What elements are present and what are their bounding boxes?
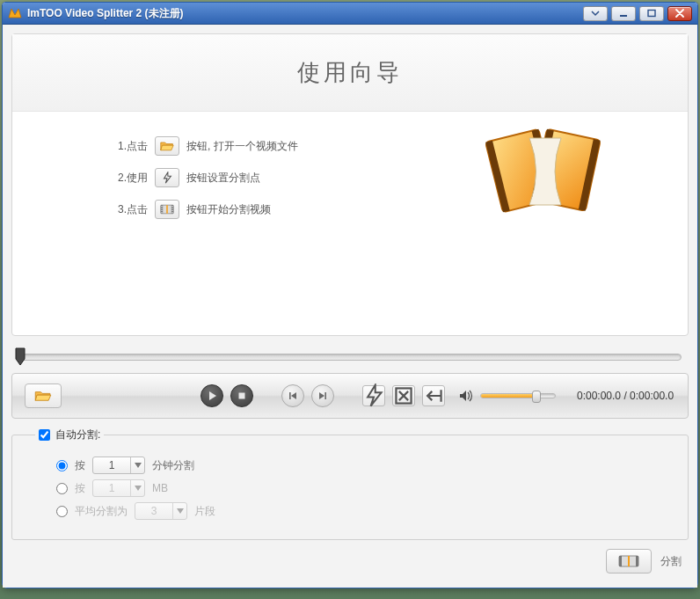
svg-rect-26 (324, 392, 326, 399)
auto-split-group: 自动分割: 按 1 分钟分割 按 1 MB (11, 435, 689, 540)
volume-control (459, 390, 556, 402)
auto-split-legend: 自动分割: (35, 427, 104, 442)
chevron-down-icon (130, 457, 144, 473)
svg-marker-25 (319, 392, 324, 399)
svg-rect-14 (171, 212, 172, 213)
volume-slider[interactable] (480, 393, 556, 398)
app-icon (8, 6, 22, 20)
window-controls (583, 6, 692, 21)
svg-rect-12 (171, 208, 172, 208)
split-by-size-radio[interactable] (56, 483, 68, 494)
start-split-button[interactable] (606, 549, 652, 573)
svg-marker-0 (9, 9, 21, 18)
split-button-label: 分割 (660, 554, 682, 569)
opt3-post: 片段 (194, 504, 215, 519)
opt2-pre: 按 (75, 481, 85, 496)
control-bar: 0:00:00.0 / 0:00:00.0 (11, 373, 689, 419)
film-split-icon (155, 200, 179, 219)
close-button[interactable] (667, 6, 692, 21)
folder-open-icon (155, 136, 179, 156)
svg-marker-31 (177, 508, 184, 514)
svg-marker-21 (209, 391, 216, 400)
split-evenly-radio[interactable] (56, 506, 68, 517)
client-area: 使用向导 1.点击 按钮, 打开一个视频文件 2.使用 按钮设置分割点 (3, 25, 697, 588)
svg-rect-33 (619, 556, 622, 566)
play-button[interactable] (201, 384, 223, 407)
open-file-button[interactable] (25, 384, 62, 408)
auto-split-checkbox[interactable] (39, 429, 50, 441)
pieces-value: 3 (135, 505, 172, 517)
svg-rect-11 (171, 206, 172, 207)
bottom-actions: 分割 (606, 549, 682, 573)
wizard-panel: 使用向导 1.点击 按钮, 打开一个视频文件 2.使用 按钮设置分割点 (11, 33, 689, 336)
minutes-combo[interactable]: 1 (92, 457, 145, 474)
svg-marker-27 (368, 385, 381, 406)
prev-frame-button[interactable] (281, 384, 304, 407)
split-by-minutes-row: 按 1 分钟分割 (56, 457, 672, 474)
wizard-body: 1.点击 按钮, 打开一个视频文件 2.使用 按钮设置分割点 3.点击 (12, 112, 688, 219)
svg-rect-10 (161, 212, 162, 213)
playback-controls (201, 384, 253, 407)
app-window: ImTOO Video Splitter 2 (未注册) 使用向导 (2, 2, 698, 588)
window-title: ImTOO Video Splitter 2 (未注册) (27, 6, 583, 21)
minimize-button[interactable] (611, 6, 636, 21)
opt1-pre: 按 (75, 458, 85, 473)
svg-rect-8 (161, 208, 162, 208)
svg-rect-34 (636, 556, 638, 566)
step-1-post: 按钮, 打开一个视频文件 (186, 139, 298, 154)
svg-marker-24 (291, 392, 296, 399)
chevron-down-icon (130, 480, 144, 496)
opt2-post: MB (152, 482, 168, 494)
auto-split-label: 自动分割: (55, 427, 100, 442)
time-display: 0:00:00.0 / 0:00:00.0 (577, 390, 674, 402)
svg-rect-1 (620, 15, 627, 17)
wizard-heading: 使用向导 (297, 57, 403, 88)
maximize-button[interactable] (639, 6, 664, 21)
volume-knob[interactable] (532, 391, 541, 403)
timeline-track[interactable] (18, 354, 682, 361)
svg-rect-13 (171, 210, 172, 211)
delete-splitpoint-button[interactable] (392, 385, 415, 406)
step-2-post: 按钮设置分割点 (186, 171, 260, 186)
lightning-icon (155, 168, 179, 187)
split-by-size-row: 按 1 MB (56, 479, 672, 497)
opt3-pre: 平均分割为 (75, 504, 128, 519)
goto-splitpoint-button[interactable] (422, 385, 445, 406)
step-1-pre: 1.点击 (118, 139, 148, 154)
titlebar: ImTOO Video Splitter 2 (未注册) (3, 3, 697, 25)
next-frame-button[interactable] (311, 384, 334, 407)
svg-marker-30 (135, 486, 142, 491)
svg-marker-29 (135, 463, 142, 468)
split-evenly-row: 平均分割为 3 片段 (56, 502, 672, 520)
set-splitpoint-button[interactable] (362, 385, 385, 406)
volume-fill (481, 394, 536, 398)
split-by-minutes-radio[interactable] (56, 460, 68, 471)
timeline-thumb[interactable] (15, 347, 26, 367)
svg-rect-7 (161, 206, 162, 207)
svg-rect-2 (648, 11, 655, 17)
size-combo[interactable]: 1 (92, 479, 145, 497)
svg-rect-22 (239, 393, 245, 399)
size-value: 1 (93, 482, 130, 494)
svg-rect-23 (289, 392, 291, 399)
chevron-down-icon (172, 503, 186, 519)
step-2-pre: 2.使用 (118, 171, 148, 186)
split-tools (362, 385, 445, 406)
speaker-icon[interactable] (459, 390, 473, 402)
stop-button[interactable] (230, 384, 253, 407)
svg-marker-3 (164, 172, 171, 183)
wizard-header: 使用向导 (12, 34, 688, 112)
splitter-hero-icon (477, 121, 609, 226)
step-3-pre: 3.点击 (118, 202, 148, 217)
step-3-post: 按钮开始分割视频 (186, 202, 271, 217)
pieces-combo[interactable]: 3 (135, 502, 187, 520)
timeline[interactable] (11, 345, 689, 369)
svg-rect-9 (161, 210, 162, 211)
step-controls (281, 384, 334, 407)
window-dropdown-button[interactable] (583, 6, 608, 21)
minutes-value: 1 (93, 459, 130, 471)
opt1-post: 分钟分割 (152, 458, 194, 473)
